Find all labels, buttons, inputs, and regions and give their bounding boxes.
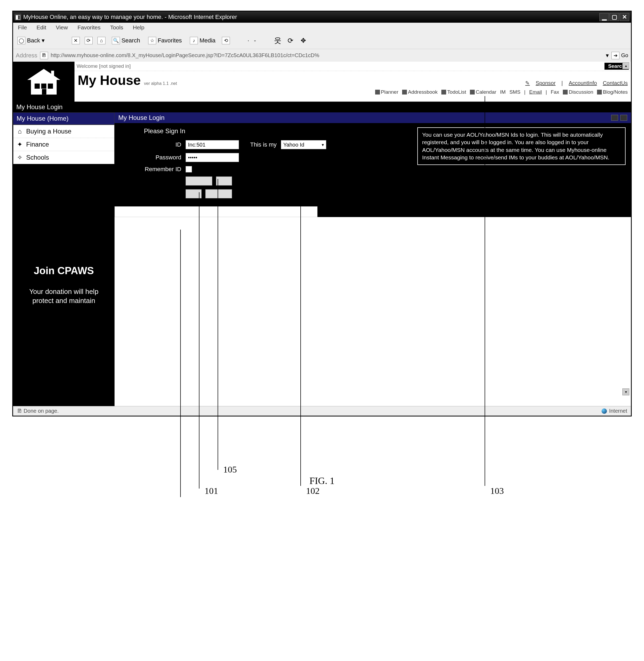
status-zone: Internet <box>609 408 627 414</box>
feature-nav: Planner Addressbook TodoList Calendar IM… <box>74 89 631 97</box>
media-button[interactable]: ♪ Media <box>188 36 217 45</box>
sponsor-link[interactable]: Sponsor <box>536 80 556 86</box>
pencil-icon: ✎ <box>525 80 530 86</box>
login-form: Please Sign In ID Inc:501 This is my Yah… <box>141 127 326 198</box>
calendar-icon <box>470 90 475 95</box>
site-logo[interactable] <box>13 62 74 102</box>
remember-label: Remember ID <box>141 166 181 173</box>
submit-button-3[interactable] <box>186 189 202 198</box>
title-bar: ◧ MyHouse Online, an easy way to manage … <box>13 11 631 23</box>
password-input[interactable]: ••••• <box>186 153 239 162</box>
refresh-icon[interactable]: ⟳ <box>85 37 93 44</box>
strip-left <box>115 206 318 217</box>
submit-button-4[interactable] <box>205 189 232 198</box>
password-label: Password <box>141 154 181 161</box>
this-is-my-label: This is my <box>250 141 277 148</box>
status-bar: 🖹 Done on page. Internet <box>13 406 631 416</box>
menu-file[interactable]: File <box>17 24 28 31</box>
remember-checkbox[interactable] <box>186 166 192 172</box>
panel-close-button[interactable] <box>620 115 627 121</box>
address-bar: Address 🖹 http://www.myhouse-online.com/… <box>13 49 631 62</box>
addressbook-icon <box>402 90 407 95</box>
sidebar: My House (Home) ⌂ Buying a House ✦ Finan… <box>13 112 115 406</box>
go-label: Go <box>621 52 628 58</box>
svg-rect-3 <box>48 84 53 89</box>
scroll-down-button[interactable]: ▾ <box>622 388 629 395</box>
close-button[interactable]: ✕ <box>620 13 629 21</box>
brand-title: My House <box>78 73 141 88</box>
svg-rect-4 <box>42 89 46 95</box>
separator-icon: - <box>254 37 256 44</box>
sidebar-item-buying[interactable]: ⌂ Buying a House <box>13 125 114 138</box>
promo-title: Join CPAWS <box>33 265 94 277</box>
page-content: ▴ Welcome [not signed in] Search <box>13 62 631 406</box>
nav-calendar[interactable]: Calendar <box>470 89 496 95</box>
sidebar-item-label: Buying a House <box>26 127 71 135</box>
address-input[interactable]: http://www.myhouse-online.com/8.X_myHous… <box>51 52 603 58</box>
sidebar-item-label: Finance <box>26 141 49 148</box>
back-label: Back <box>27 37 40 44</box>
toolbar: ◯ Back ▾ ✕ ⟳ ⌂ 🔍 Search ☆ Favorites ♪ Me… <box>13 32 631 49</box>
home-icon[interactable]: ⌂ <box>97 37 106 44</box>
browser-window: ◧ MyHouse Online, an easy way to manage … <box>12 11 632 417</box>
account-info-link[interactable]: AccountInfo <box>569 80 597 86</box>
internet-zone-icon <box>601 408 607 414</box>
nav-addressbook[interactable]: Addressbook <box>402 89 438 95</box>
maximize-button[interactable]: ▢ <box>610 13 619 21</box>
id-input[interactable]: Inc:501 <box>186 140 239 149</box>
sidebar-promo[interactable]: Join CPAWS Your donation will help prote… <box>13 164 115 406</box>
annotation-102: 102 <box>306 486 320 496</box>
messenger-icon[interactable]: 웃 <box>274 37 282 44</box>
menu-tools[interactable]: Tools <box>109 24 124 31</box>
search-label: Search <box>121 37 140 44</box>
contact-us-link[interactable]: ContactUs <box>603 80 628 86</box>
sidebar-tab-home[interactable]: My House (Home) <box>13 112 115 125</box>
nav-divider: | <box>546 89 547 95</box>
app-icon: ◧ <box>15 14 21 20</box>
sync-icon[interactable]: ⟳ <box>286 37 295 44</box>
nav-blog[interactable]: Blog/Notes <box>597 89 628 95</box>
menu-help[interactable]: Help <box>132 24 145 31</box>
address-label: Address <box>16 52 38 59</box>
back-button[interactable]: ◯ Back ▾ <box>16 36 46 45</box>
nav-sms[interactable]: SMS <box>509 89 521 95</box>
scroll-up-button[interactable]: ▴ <box>622 62 629 69</box>
sidebar-item-schools[interactable]: ✧ Schools <box>13 151 114 164</box>
nav-discussion[interactable]: Discussion <box>563 89 593 95</box>
star-icon: ☆ <box>148 37 156 44</box>
minimize-button[interactable]: ▁ <box>599 13 609 21</box>
panel-minimize-button[interactable] <box>611 115 618 121</box>
menu-view[interactable]: View <box>55 24 69 31</box>
sidebar-item-finance[interactable]: ✦ Finance <box>13 138 114 151</box>
svg-rect-2 <box>41 84 46 89</box>
menu-edit[interactable]: Edit <box>36 24 47 31</box>
nav-email[interactable]: Email <box>529 89 542 95</box>
id-provider-select[interactable]: Yahoo Id ▾ <box>281 140 326 149</box>
history-icon[interactable]: ⟲ <box>222 37 230 44</box>
submit-button-1[interactable] <box>186 176 212 186</box>
blog-icon <box>597 90 602 95</box>
divider: | <box>561 80 563 86</box>
favorites-button[interactable]: ☆ Favorites <box>146 36 183 45</box>
media-icon: ♪ <box>190 37 198 44</box>
main-blank-area <box>115 217 631 388</box>
menu-favorites[interactable]: Favorites <box>76 24 101 31</box>
house-small-icon: ⌂ <box>17 128 23 135</box>
nav-planner[interactable]: Planner <box>375 89 399 95</box>
nav-todolist[interactable]: TodoList <box>441 89 466 95</box>
chevron-down-icon: ▾ <box>42 37 45 44</box>
submit-button-2[interactable] <box>216 176 232 186</box>
go-button[interactable]: ➔ Go <box>612 52 628 59</box>
puzzle-icon[interactable]: ✥ <box>299 37 307 44</box>
brand-version: ver alpha 1.1 .net <box>144 81 177 86</box>
go-icon: ➔ <box>612 52 619 59</box>
nav-fax[interactable]: Fax <box>551 89 559 95</box>
main-area: My House Login Please Sign In ID Inc:501 <box>115 112 631 406</box>
nav-im[interactable]: IM <box>500 89 506 95</box>
address-dropdown-icon[interactable]: ▾ <box>606 52 609 59</box>
svg-rect-1 <box>35 84 40 89</box>
below-panel-strip <box>115 206 631 217</box>
stop-icon[interactable]: ✕ <box>72 37 80 44</box>
search-button[interactable]: 🔍 Search <box>110 36 142 45</box>
schools-icon: ✧ <box>17 154 23 161</box>
